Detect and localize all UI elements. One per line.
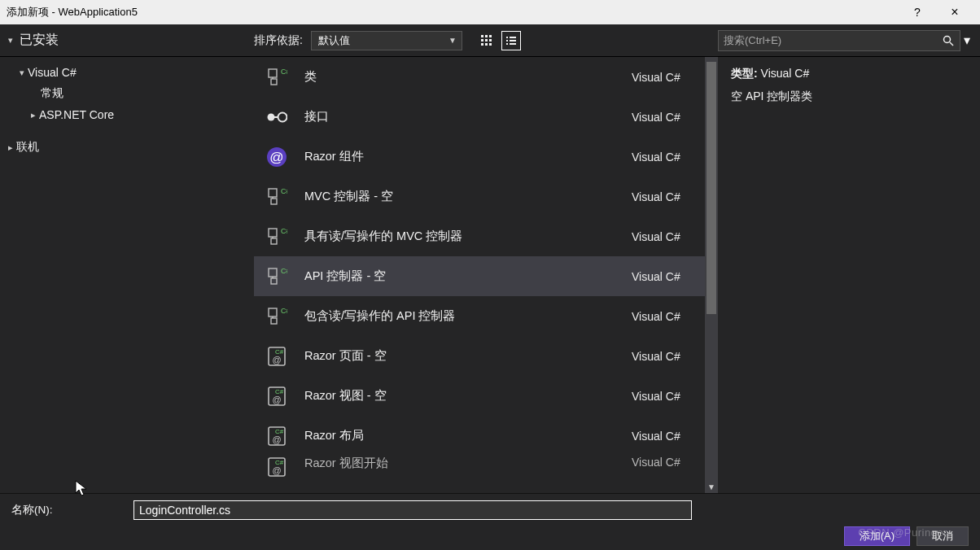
svg-rect-17 (269, 69, 277, 77)
template-item[interactable]: C#MVC 控制器 - 空Visual C# (254, 177, 705, 216)
tree-label: 联机 (16, 140, 39, 155)
info-pane: 类型: Visual C# 空 API 控制器类 (718, 57, 980, 493)
close-button[interactable]: × (936, 5, 973, 20)
tree-node-general[interactable]: 常规 (0, 83, 254, 104)
add-button[interactable]: 添加(A) (844, 526, 910, 546)
template-item[interactable]: C#类Visual C# (254, 57, 705, 97)
template-item[interactable]: C#具有读/写操作的 MVC 控制器Visual C# (254, 216, 705, 256)
template-lang: Visual C# (632, 456, 705, 469)
svg-text:C#: C# (281, 68, 287, 76)
svg-rect-11 (506, 40, 508, 41)
csharp-class-icon: C# (265, 225, 288, 248)
template-label: Razor 页面 - 空 (304, 348, 615, 364)
sort-by-label: 排序依据: (254, 33, 303, 48)
template-item[interactable]: C#@Razor 页面 - 空Visual C# (254, 336, 705, 376)
svg-rect-28 (271, 199, 277, 204)
chevron-down-icon: ▾ (16, 68, 28, 78)
sort-by-dropdown[interactable]: 默认值 ▼ (311, 31, 462, 50)
chevron-right-icon: ▸ (28, 110, 39, 120)
svg-rect-0 (481, 35, 483, 37)
svg-text:C#: C# (281, 267, 287, 275)
razor-at-icon: @ (265, 146, 288, 168)
svg-rect-34 (269, 268, 277, 277)
search-placeholder: 搜索(Ctrl+E) (724, 33, 781, 48)
search-options-dropdown[interactable]: ▾ (960, 33, 973, 48)
svg-rect-38 (269, 308, 277, 316)
template-lang: Visual C# (632, 310, 705, 323)
tree-node-visual-csharp[interactable]: ▾ Visual C# (0, 62, 254, 83)
razor-page-icon: C#@ (265, 385, 288, 408)
svg-rect-8 (489, 43, 492, 46)
chevron-down-icon[interactable]: ▾ (8, 35, 20, 46)
template-lang: Visual C# (632, 71, 705, 84)
view-tiles-button[interactable] (477, 31, 497, 50)
cancel-button[interactable]: 取消 (917, 526, 969, 546)
svg-rect-36 (271, 278, 277, 284)
search-icon (942, 34, 955, 47)
template-lang: Visual C# (632, 390, 705, 403)
template-item[interactable]: @Razor 组件Visual C# (254, 137, 705, 177)
template-lang: Visual C# (632, 230, 705, 243)
template-label: Razor 布局 (304, 428, 615, 443)
svg-text:C#: C# (281, 187, 287, 195)
search-input[interactable]: 搜索(Ctrl+E) (718, 30, 960, 51)
type-value: Visual C# (761, 67, 810, 80)
svg-line-16 (950, 42, 953, 46)
svg-rect-40 (271, 318, 277, 324)
category-tree: ▾ Visual C# 常规 ▸ ASP.NET Core ▸ 联机 (0, 57, 254, 493)
help-button[interactable]: ? (899, 6, 936, 19)
template-item[interactable]: C#@Razor 布局Visual C# (254, 416, 705, 456)
footer: 名称(N): 添加(A) 取消 (0, 493, 980, 550)
name-input[interactable] (133, 500, 692, 520)
view-list-button[interactable] (501, 31, 521, 50)
svg-text:C#: C# (281, 307, 287, 315)
csharp-class-icon: C# (265, 66, 288, 89)
svg-rect-12 (510, 40, 516, 41)
template-item[interactable]: C#API 控制器 - 空Visual C# (254, 256, 705, 296)
svg-rect-1 (485, 35, 488, 37)
main-area: ▾ Visual C# 常规 ▸ ASP.NET Core ▸ 联机 C#类Vi… (0, 57, 980, 493)
template-label: Razor 视图开始 (304, 456, 615, 471)
template-item[interactable]: 接口Visual C# (254, 97, 705, 137)
template-lang: Visual C# (632, 190, 705, 203)
toolbar: ▾ 已安装 排序依据: 默认值 ▼ 搜索(Ctrl+E) ▾ (0, 24, 980, 57)
svg-rect-26 (269, 189, 277, 197)
scroll-down-icon[interactable]: ▼ (705, 480, 718, 493)
interface-icon (265, 106, 288, 129)
template-label: Razor 视图 - 空 (304, 388, 615, 404)
svg-rect-30 (269, 229, 277, 237)
template-label: 具有读/写操作的 MVC 控制器 (304, 229, 615, 244)
name-field-label: 名称(N): (11, 503, 125, 517)
grid-icon (480, 34, 493, 47)
tree-node-aspnetcore[interactable]: ▸ ASP.NET Core (0, 104, 254, 125)
template-lang: Visual C# (632, 111, 705, 124)
template-lang: Visual C# (632, 430, 705, 443)
chevron-down-icon: ▼ (448, 36, 457, 45)
template-item[interactable]: C#@Razor 视图开始Visual C# (254, 456, 705, 478)
chevron-right-icon: ▸ (5, 142, 16, 153)
svg-rect-5 (489, 39, 492, 41)
scroll-thumb[interactable] (707, 62, 716, 314)
svg-rect-7 (485, 43, 488, 46)
svg-point-21 (268, 113, 275, 120)
scrollbar[interactable]: ▲ ▼ (705, 57, 718, 493)
svg-rect-14 (510, 43, 516, 45)
csharp-class-icon: C# (265, 186, 288, 208)
template-item[interactable]: C#包含读/写操作的 API 控制器Visual C# (254, 296, 705, 336)
template-description: 空 API 控制器类 (731, 89, 967, 104)
titlebar: 添加新项 - WebApplication5 ? × (0, 0, 980, 24)
installed-root-label[interactable]: 已安装 (20, 32, 59, 49)
template-item[interactable]: C#@Razor 视图 - 空Visual C# (254, 376, 705, 416)
template-label: 包含读/写操作的 API 控制器 (304, 308, 615, 324)
tree-label: ASP.NET Core (39, 108, 114, 121)
svg-rect-4 (485, 39, 488, 41)
svg-text:@: @ (272, 355, 281, 364)
tree-label: Visual C# (28, 66, 77, 79)
type-label: 类型: (731, 67, 758, 80)
template-label: Razor 组件 (304, 149, 615, 164)
svg-text:@: @ (272, 395, 281, 404)
tree-node-online[interactable]: ▸ 联机 (0, 137, 254, 158)
svg-rect-19 (271, 79, 277, 85)
svg-text:@: @ (269, 150, 283, 165)
svg-rect-3 (481, 39, 483, 41)
